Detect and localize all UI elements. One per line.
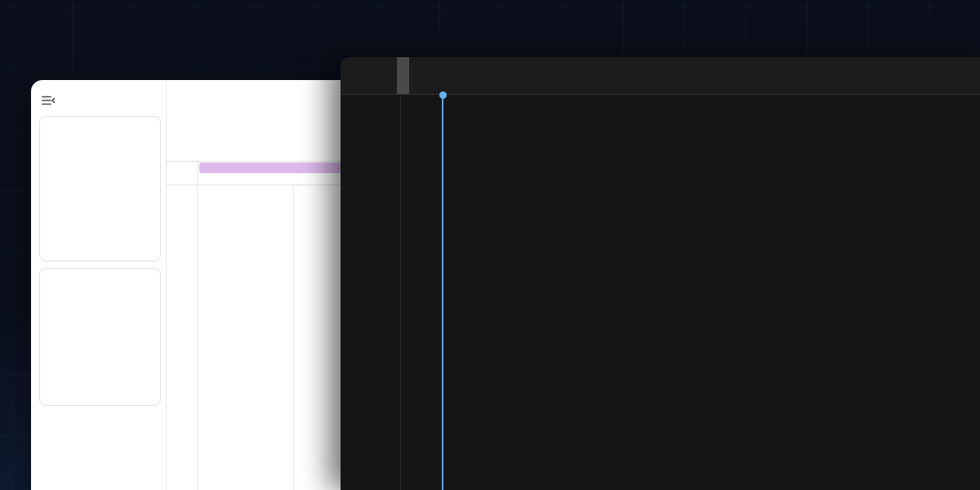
current-time-indicator <box>442 95 443 490</box>
sidebar-header <box>41 90 69 111</box>
scheduler-card <box>31 80 390 490</box>
resources-panel <box>39 268 161 406</box>
resource-title-header <box>341 57 400 94</box>
sidebar <box>31 80 166 490</box>
timeline-header <box>341 57 980 95</box>
timeline-body <box>341 57 980 490</box>
mini-calendar <box>39 116 161 261</box>
timeline-panel <box>341 57 980 490</box>
resource-column-divider <box>400 94 401 490</box>
month-label <box>397 57 409 94</box>
mini-calendar-header <box>50 123 154 138</box>
menu-open-icon[interactable] <box>41 93 56 108</box>
current-time-dot <box>439 91 447 99</box>
